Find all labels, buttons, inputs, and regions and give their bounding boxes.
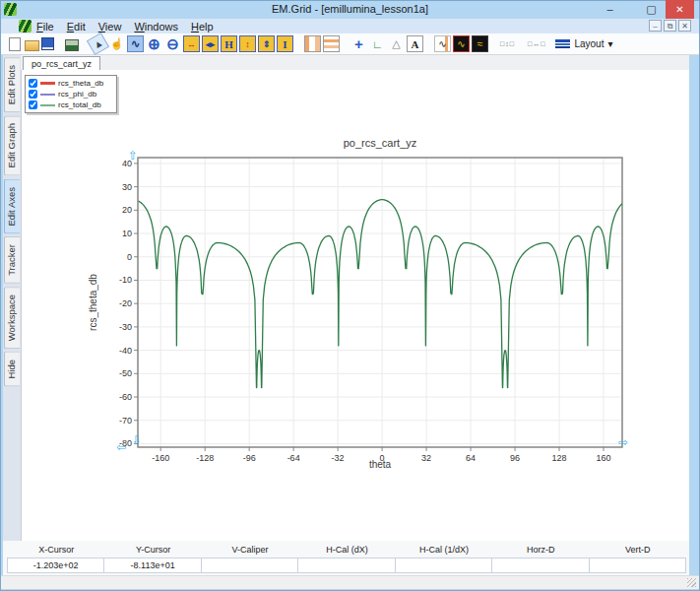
status-col-value [589, 558, 686, 573]
legend-line-sample [40, 82, 55, 85]
menu-item-windows[interactable]: Windows [134, 21, 178, 33]
status-col-h-cal-dx: H-Cal (dX) [298, 543, 395, 573]
y-tick-label: -70 [119, 416, 132, 426]
menu-item-help[interactable]: Help [191, 21, 214, 33]
x-tick-label: -128 [196, 453, 214, 463]
legend-checkbox-rcs-phi-db[interactable] [29, 90, 37, 98]
dark-plot2-icon[interactable]: ≈ [472, 35, 488, 52]
h-fit-icon[interactable]: H [221, 35, 237, 52]
select-cursor-icon[interactable]: ▲ [87, 33, 109, 55]
pan-hand-icon[interactable]: ☝ [108, 35, 125, 52]
status-col-value: -8.113e+01 [103, 558, 201, 573]
title-bar[interactable]: EM.Grid - [emillumina_lesson1a] – ▢ ✕ [0, 0, 700, 19]
sidebar-tab-edit-axes[interactable]: Edit Axes [4, 179, 20, 234]
tracker-axes-icon[interactable]: ∟ [369, 35, 386, 52]
plot-tab-po-rcs-cart-yz[interactable]: po_rcs_cart_yz [23, 56, 100, 70]
status-col-v-caliper: V-Caliper [202, 543, 298, 573]
sidebar-tab-edit-graph[interactable]: Edit Graph [4, 115, 20, 175]
status-col-value: -1.203e+02 [7, 558, 104, 573]
plot-tab-bar: po_rcs_cart_yz [21, 55, 689, 71]
axis-handle-down-icon[interactable]: ⇩ [132, 434, 142, 446]
x-tick-label: -96 [243, 453, 256, 463]
layout-button[interactable]: Layout ▾ [555, 38, 612, 49]
x-tick-label: 32 [421, 453, 431, 463]
legend-row-rcs-phi-db[interactable]: rcs_phi_db [29, 89, 113, 99]
new-document-icon[interactable] [9, 37, 21, 51]
save-icon[interactable] [41, 37, 54, 50]
zoom-in-icon[interactable]: ⊕ [146, 35, 162, 52]
menu-item-file[interactable]: File [36, 21, 54, 33]
window-title: EM.Grid - [emillumina_lesson1a] [0, 3, 700, 15]
legend-row-rcs-total-db[interactable]: rcs_total_db [29, 99, 113, 110]
y-tick-label: 10 [122, 229, 132, 238]
export-plot-icon[interactable]: ∿ [434, 35, 451, 52]
sidebar-tab-hide[interactable]: Hide [4, 352, 20, 387]
x-tick-label: 128 [552, 453, 567, 463]
y-tick-label: -40 [119, 346, 132, 356]
pan-plot-icon[interactable]: ∿ [127, 35, 144, 52]
legend-label: rcs_total_db [58, 100, 101, 109]
y-tick-label: 30 [122, 182, 132, 192]
y-tick-label: -30 [119, 322, 132, 332]
status-col-header: H-Cal (dX) [298, 543, 395, 558]
h-distribute-icon[interactable]: □↔□ [527, 35, 546, 52]
x-tick-label: 64 [466, 453, 476, 463]
sidebar-tab-workspace[interactable]: Workspace [4, 287, 20, 349]
menu-items: FileEditViewWindowsHelp [36, 19, 214, 33]
h-expand-icon[interactable]: ↔ [183, 35, 200, 52]
v-arrows-icon[interactable]: ⇕ [258, 35, 275, 52]
mdi-minimize-button[interactable]: – [649, 20, 662, 32]
status-col-header: H-Cal (1/dX) [396, 543, 492, 558]
sidebar-tab-strip: Edit PlotsEdit GraphEdit AxesTrackerWork… [3, 55, 21, 541]
legend-checkbox-rcs-total-db[interactable] [29, 100, 37, 109]
legend-label: rcs_theta_db [58, 79, 103, 88]
open-folder-icon[interactable] [25, 40, 39, 51]
mdi-close-button[interactable]: ✕ [678, 20, 691, 32]
y-axis-label: rcs_theta_db [88, 274, 98, 331]
close-button[interactable]: ✕ [666, 0, 694, 19]
legend-row-rcs-theta-db[interactable]: rcs_theta_db [29, 78, 113, 89]
mdi-restore-button[interactable]: ⧉ [664, 20, 676, 32]
legend-box[interactable]: rcs_theta_dbrcs_phi_dbrcs_total_db [25, 75, 117, 113]
column-shade-icon[interactable] [304, 35, 321, 52]
resize-grip[interactable] [687, 578, 696, 587]
status-col-header: Vert-D [590, 543, 686, 558]
v-expand-icon[interactable]: ↕ [239, 35, 256, 52]
status-col-value [491, 558, 589, 573]
menu-bar: FileEditViewWindowsHelp – ⧉ ✕ [1, 19, 699, 33]
toolbar-icons: ▲☝∿⊕⊖↔◂▸H↕⇕I+∟△A∿∿≈□↕□□↔□ [6, 35, 547, 52]
axis-handle-right-icon[interactable]: ⇨ [618, 436, 628, 448]
y-tick-label: -10 [119, 275, 132, 285]
row-shade-icon[interactable] [323, 35, 340, 52]
status-col-value [395, 558, 492, 573]
axis-handle-left-icon[interactable]: ⇦ [116, 441, 126, 453]
toolbar: ▲☝∿⊕⊖↔◂▸H↕⇕I+∟△A∿∿≈□↕□□↔□ Layout ▾ [1, 33, 699, 55]
cursor-readout-table: X-Cursor-1.203e+02Y-Cursor-8.113e+01V-Ca… [8, 543, 686, 573]
dark-plot-icon[interactable]: ∿ [453, 35, 470, 52]
sidebar-tab-tracker[interactable]: Tracker [4, 236, 20, 284]
zoom-out-icon[interactable]: ⊖ [164, 35, 181, 52]
x-axis-label: theta [369, 459, 391, 470]
axis-handle-up-icon[interactable]: ⇧ [128, 150, 138, 162]
h-arrows-icon[interactable]: ◂▸ [202, 35, 219, 52]
menu-item-edit[interactable]: Edit [67, 21, 86, 33]
status-col-header: Horz-D [492, 543, 589, 558]
v-fit-icon[interactable]: I [277, 35, 293, 52]
crosshair-icon[interactable]: + [350, 35, 367, 52]
sidebar-tab-edit-plots[interactable]: Edit Plots [4, 57, 20, 112]
maximize-button[interactable]: ▢ [642, 0, 661, 19]
text-annotation-icon[interactable]: A [407, 35, 423, 52]
app-window: EM.Grid - [emillumina_lesson1a] – ▢ ✕ Fi… [0, 0, 700, 591]
legend-checkbox-rcs-theta-db[interactable] [29, 79, 37, 88]
status-col-y-cursor: Y-Cursor-8.113e+01 [104, 543, 201, 573]
status-col-header: X-Cursor [8, 543, 104, 558]
layout-label: Layout [574, 38, 604, 49]
v-distribute-icon[interactable]: □↕□ [499, 35, 516, 52]
menu-item-view[interactable]: View [98, 21, 122, 33]
minimize-button[interactable]: – [601, 0, 619, 19]
print-icon[interactable] [65, 39, 79, 51]
plot-area[interactable]: -160-128-96-64-320326496128160403020100-… [102, 148, 642, 465]
layout-icon [555, 39, 570, 48]
y-tick-label: -60 [119, 392, 132, 402]
delta-caliper-icon[interactable]: △ [388, 35, 405, 52]
